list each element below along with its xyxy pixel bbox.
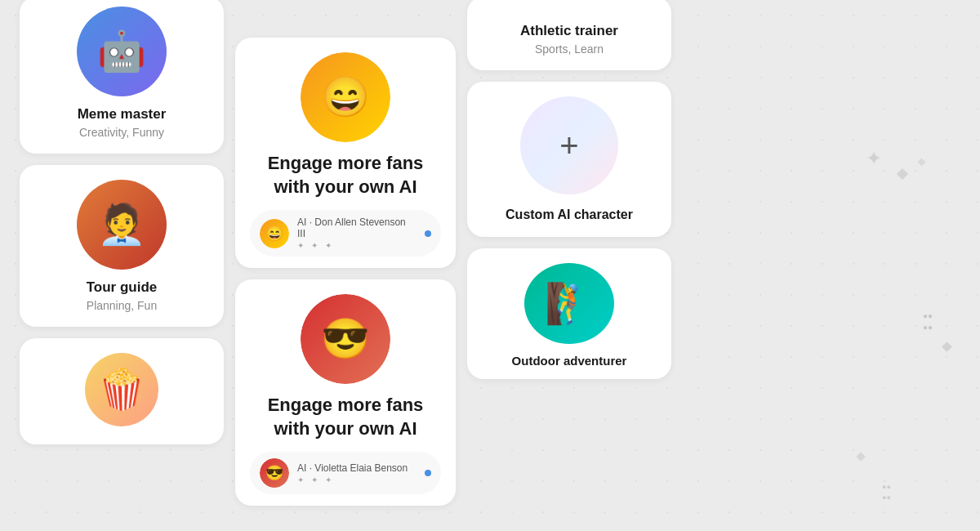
engage-1-user-row: 😄 AI · Don Allen Stevenson III ✦ ✦ ✦ (250, 210, 441, 257)
engage-1-notification-dot (425, 230, 431, 237)
tour-guide-card[interactable]: 🧑‍💼 Tour guide Planning, Fun (20, 165, 224, 327)
engage-card-2[interactable]: 😎 Engage more fans with your own AI 😎 AI… (235, 279, 456, 506)
engage-1-title: Engage more fans with your own AI (250, 152, 441, 199)
engage-2-user-row: 😎 AI · Violetta Elaia Benson ✦ ✦ ✦ (250, 452, 441, 494)
athletic-trainer-card[interactable]: Athletic trainer Sports, Learn (467, 0, 671, 70)
meme-master-card[interactable]: 🤖 Meme master Creativity, Funny (20, 0, 224, 154)
outdoor-avatar: 🧗 (524, 263, 614, 344)
engage-2-notification-dot (425, 470, 431, 476)
tour-guide-title: Tour guide (87, 279, 158, 296)
engage-card-1[interactable]: 😄 Engage more fans with your own AI 😄 AI… (235, 38, 456, 268)
engage-2-title: Engage more fans with your own AI (250, 394, 441, 440)
meme-master-title: Meme master (78, 106, 167, 123)
outdoor-card[interactable]: 🧗 Outdoor adventurer (467, 248, 671, 379)
meme-master-avatar: 🤖 (77, 7, 167, 96)
custom-ai-title: Custom AI character (506, 207, 633, 222)
engage-1-user-avatar: 😄 (260, 219, 289, 248)
engage-2-user-dots: ✦ ✦ ✦ (297, 475, 416, 484)
popcorn-card[interactable]: 🍿 (20, 338, 224, 444)
engage-2-avatar: 😎 (301, 294, 390, 384)
engage-2-user-avatar: 😎 (260, 458, 289, 488)
engage-1-user-name: AI · Don Allen Stevenson III (297, 216, 416, 239)
engage-1-avatar: 😄 (301, 52, 390, 142)
tour-guide-avatar: 🧑‍💼 (77, 180, 167, 270)
athletic-trainer-no-image (482, 11, 657, 23)
engage-1-user-dots: ✦ ✦ ✦ (297, 241, 416, 250)
engage-2-user-name: AI · Violetta Elaia Benson (297, 462, 416, 474)
engage-2-user-info: AI · Violetta Elaia Benson ✦ ✦ ✦ (297, 462, 416, 484)
outdoor-title: Outdoor adventurer (512, 354, 627, 368)
athletic-trainer-subtitle: Sports, Learn (535, 42, 604, 56)
tour-guide-subtitle: Planning, Fun (87, 299, 157, 312)
custom-ai-card[interactable]: + Custom AI character (467, 82, 671, 237)
athletic-trainer-title: Athletic trainer (520, 23, 618, 39)
meme-master-subtitle: Creativity, Funny (79, 126, 164, 139)
custom-ai-circle: + (520, 96, 618, 194)
engage-1-user-info: AI · Don Allen Stevenson III ✦ ✦ ✦ (297, 216, 416, 250)
custom-ai-plus-icon: + (559, 127, 578, 164)
